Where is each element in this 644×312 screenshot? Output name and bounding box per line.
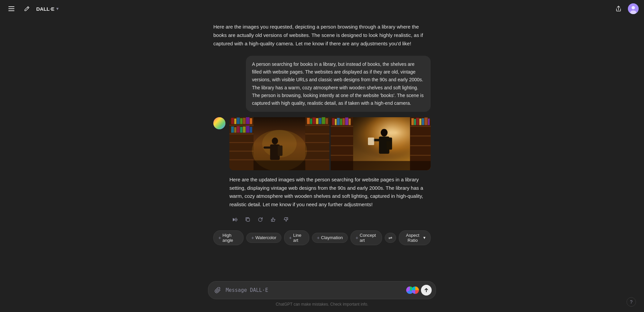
style-chip-claymation-label: Claymation [321, 235, 343, 240]
svg-rect-72 [422, 118, 424, 125]
svg-rect-12 [229, 142, 254, 143]
style-chip-high-angle-label: High angle [222, 233, 238, 243]
svg-rect-17 [237, 118, 240, 124]
plus-icon-concept-art: + [356, 235, 358, 240]
svg-rect-33 [305, 150, 329, 151]
svg-rect-34 [305, 159, 329, 160]
svg-rect-36 [310, 119, 312, 124]
svg-rect-10 [229, 125, 254, 126]
svg-rect-15 [231, 118, 234, 124]
ai-intro-message: Here are the images you requested, depic… [213, 17, 431, 53]
svg-rect-80 [384, 139, 391, 141]
top-bar-left: DALL·E ▾ [5, 3, 58, 15]
new-chat-button[interactable] [21, 3, 33, 15]
plus-icon-watercolor: + [251, 235, 254, 240]
svg-rect-62 [348, 119, 351, 125]
app-title[interactable]: DALL·E ▾ [36, 6, 58, 12]
svg-point-44 [272, 137, 278, 144]
svg-rect-53 [331, 135, 353, 136]
generated-image-1[interactable] [229, 117, 329, 170]
dalle-avatar [213, 117, 225, 129]
svg-rect-69 [414, 119, 416, 125]
svg-rect-18 [240, 118, 243, 124]
thumbs-up-button[interactable] [268, 214, 278, 225]
svg-rect-48 [254, 160, 305, 170]
svg-rect-85 [236, 218, 236, 222]
style-chip-high-angle[interactable]: + High angle [213, 230, 244, 245]
svg-rect-81 [368, 137, 374, 145]
sidebar-toggle-button[interactable] [5, 3, 17, 15]
svg-rect-68 [411, 118, 414, 125]
aspect-ratio-label: Aspect Ratio [404, 233, 421, 243]
style-chip-line-art-label: Line art [293, 233, 304, 243]
svg-rect-16 [234, 119, 236, 124]
svg-rect-46 [278, 145, 282, 156]
svg-rect-60 [342, 118, 345, 125]
svg-rect-87 [247, 218, 250, 221]
style-chip-watercolor[interactable]: + Watercolor [246, 233, 281, 243]
style-chip-watercolor-label: Watercolor [255, 235, 276, 240]
svg-rect-26 [243, 126, 246, 132]
style-chip-concept-art-label: Concept art [360, 233, 377, 243]
ai-intro-text: Here are the images you requested, depic… [213, 23, 431, 48]
svg-rect-73 [425, 118, 428, 125]
svg-rect-35 [307, 118, 310, 124]
send-button[interactable] [421, 285, 432, 296]
attach-button[interactable] [212, 285, 223, 296]
svg-rect-71 [419, 119, 421, 125]
style-chip-claymation[interactable]: + Claymation [312, 233, 348, 243]
app-title-chevron: ▾ [56, 6, 58, 11]
aspect-ratio-chevron-icon: ▾ [423, 235, 426, 240]
top-bar: DALL·E ▾ [0, 0, 644, 17]
color-circles [406, 286, 419, 294]
shuffle-icon: ⇌ [388, 235, 392, 240]
top-bar-right [612, 3, 639, 15]
svg-rect-20 [246, 117, 249, 124]
svg-rect-74 [428, 119, 430, 125]
copy-button[interactable] [242, 214, 253, 225]
disclaimer: ChatGPT can make mistakes. Check importa… [276, 302, 368, 307]
user-message-container: A person searching for books in a librar… [213, 53, 431, 115]
svg-rect-70 [416, 118, 419, 125]
input-right [406, 285, 432, 296]
svg-rect-32 [305, 142, 329, 143]
audio-button[interactable] [229, 214, 240, 225]
share-button[interactable] [612, 3, 625, 15]
svg-rect-52 [331, 126, 353, 127]
refresh-button[interactable] [255, 214, 266, 225]
user-message-bubble: A person searching for books in a librar… [246, 56, 431, 112]
aspect-ratio-button[interactable]: Aspect Ratio ▾ [399, 230, 431, 245]
svg-rect-2 [8, 10, 14, 11]
svg-rect-28 [250, 127, 252, 132]
style-chip-line-art[interactable]: + Line art [284, 230, 309, 245]
generated-image-2[interactable] [331, 117, 431, 170]
svg-point-6 [213, 117, 225, 129]
user-avatar[interactable] [628, 3, 639, 14]
svg-rect-21 [250, 118, 252, 124]
input-area: ChatGPT can make mistakes. Check importa… [0, 281, 644, 312]
color-circle-2[interactable] [412, 286, 419, 294]
svg-rect-38 [316, 118, 318, 124]
svg-rect-67 [410, 155, 431, 156]
svg-rect-58 [337, 118, 339, 125]
svg-rect-54 [331, 145, 353, 146]
style-chip-concept-art[interactable]: + Concept art [351, 230, 382, 245]
shuffle-button[interactable]: ⇌ [385, 233, 396, 243]
plus-icon-claymation: + [317, 235, 320, 240]
images-container [229, 117, 431, 170]
thumbs-down-button[interactable] [280, 214, 291, 225]
svg-rect-40 [322, 117, 325, 124]
svg-rect-64 [410, 126, 431, 127]
svg-rect-19 [243, 118, 246, 124]
help-button[interactable]: ? [627, 297, 636, 307]
message-input[interactable] [226, 286, 404, 294]
ai-response-text: Here are the updated images with the per… [229, 176, 431, 209]
svg-rect-47 [264, 146, 271, 148]
svg-rect-82 [331, 161, 431, 170]
svg-rect-25 [240, 127, 243, 132]
svg-rect-61 [345, 118, 348, 125]
svg-rect-57 [335, 119, 336, 125]
svg-rect-55 [331, 155, 353, 156]
svg-rect-30 [305, 125, 329, 126]
svg-rect-84 [235, 218, 235, 221]
